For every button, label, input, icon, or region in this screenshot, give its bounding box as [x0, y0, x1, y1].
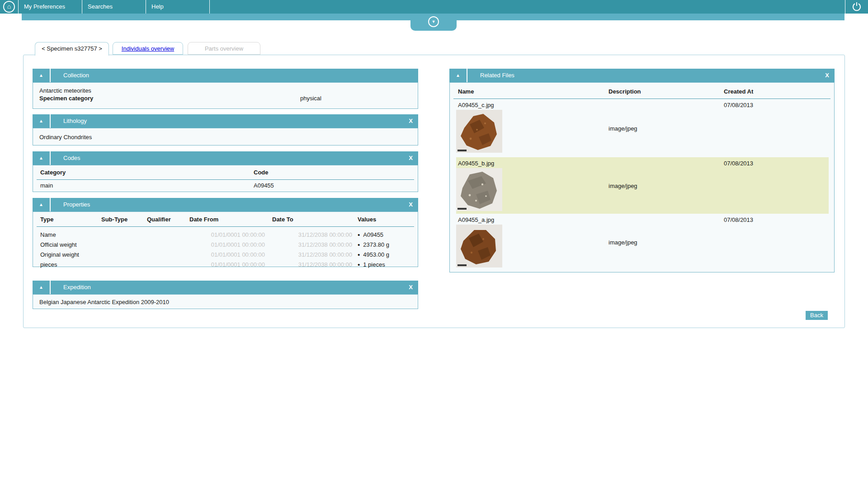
collection-panel-body: Antarctic meteorites Specimen category p…	[33, 82, 418, 109]
close-icon: X	[409, 201, 413, 208]
property-row: Original weight 01/01/0001 00:00:00 31/1…	[33, 250, 418, 260]
expedition-panel-body: Belgian Japanese Antarctic Expedition 20…	[33, 294, 418, 309]
codes-column-category: Category	[40, 169, 66, 176]
bullet-icon: •	[358, 251, 360, 258]
expedition-panel-header: ▲ Expedition X	[33, 281, 418, 294]
bullet-icon: •	[358, 241, 360, 249]
file-created-at: 07/08/2013	[724, 160, 753, 167]
lithology-panel-title: Lithology	[63, 114, 87, 128]
table-header-rule	[37, 179, 414, 180]
specimen-category-label: Specimen category	[39, 94, 418, 102]
close-properties-button[interactable]: X	[409, 198, 413, 211]
menu-label: Searches	[88, 3, 113, 10]
menu-item-help[interactable]: Help	[146, 0, 210, 14]
close-icon: X	[409, 284, 413, 291]
close-related-files-button[interactable]: X	[825, 69, 829, 82]
property-date-from: 01/01/0001 00:00:00	[189, 260, 265, 270]
navbar-menu: My Preferences Searches Help	[18, 0, 210, 14]
close-icon: X	[409, 155, 413, 161]
lithology-panel-body: Ordinary Chondrites	[33, 128, 418, 145]
meteorite-photo-thumbnail[interactable]	[456, 110, 502, 153]
code-value: A09455	[254, 182, 274, 189]
collection-panel-header: ▲ Collection	[33, 69, 418, 82]
collapse-related-files-button[interactable]: ▲	[449, 69, 467, 82]
meteorite-photo-thumbnail[interactable]	[456, 225, 502, 267]
property-type: Original weight	[40, 250, 79, 260]
collection-name: Antarctic meteorites	[39, 87, 418, 94]
home-icon-glyph: ⌂	[0, 2, 18, 11]
tab-label: Individuals overview	[122, 45, 174, 52]
properties-column-qualifier: Qualifier	[147, 216, 171, 223]
column-description: Description	[609, 88, 641, 95]
close-lithology-button[interactable]: X	[409, 114, 413, 128]
collapse-codes-button[interactable]: ▲	[33, 151, 51, 165]
property-type: Official weight	[40, 240, 77, 250]
property-value: •A09455	[358, 230, 383, 240]
menu-collapse-tab[interactable]: ▼	[410, 14, 457, 31]
related-files-panel-body: Name Description Created At A09455_c.jpg…	[449, 82, 835, 272]
file-created-at: 07/08/2013	[724, 102, 753, 108]
properties-column-date-to: Date To	[272, 216, 293, 223]
collapse-icon: ▲	[39, 73, 43, 78]
menu-item-searches[interactable]: Searches	[82, 0, 146, 14]
file-description: image/jpeg	[609, 125, 637, 131]
close-codes-button[interactable]: X	[409, 151, 413, 165]
column-name: Name	[458, 88, 474, 95]
collapse-lithology-button[interactable]: ▲	[33, 114, 51, 128]
properties-column-values: Values	[358, 216, 376, 223]
lithology-value: Ordinary Chondrites	[39, 133, 92, 140]
properties-panel-title: Properties	[63, 198, 90, 211]
properties-column-subtype: Sub-Type	[101, 216, 127, 223]
property-type: pieces	[40, 260, 57, 270]
property-date-to: 31/12/2038 00:00:00	[272, 250, 352, 260]
properties-panel-header: ▲ Properties X	[33, 198, 418, 211]
collapse-collection-button[interactable]: ▲	[33, 69, 51, 82]
property-date-to: 31/12/2038 00:00:00	[272, 260, 352, 270]
back-button[interactable]: Back	[806, 311, 828, 320]
tab-individuals-overview[interactable]: Individuals overview	[113, 42, 183, 55]
logout-power-button[interactable]	[845, 0, 868, 14]
properties-panel-body: Type Sub-Type Qualifier Date From Date T…	[33, 211, 418, 267]
collapse-expedition-button[interactable]: ▲	[33, 281, 51, 294]
tab-label: Parts overview	[205, 45, 243, 52]
close-expedition-button[interactable]: X	[409, 281, 413, 294]
properties-column-type: Type	[40, 216, 53, 223]
specimen-category-value: physical	[300, 94, 321, 102]
collapse-properties-button[interactable]: ▲	[33, 198, 51, 211]
menu-label: My Preferences	[24, 3, 65, 10]
file-name: A09455_c.jpg	[458, 102, 494, 108]
home-button[interactable]: ⌂	[0, 0, 18, 14]
meteorite-photo-thumbnail[interactable]	[456, 168, 502, 211]
close-icon: X	[825, 72, 829, 79]
property-value: •1 pieces	[358, 260, 385, 270]
expedition-panel-title: Expedition	[63, 281, 91, 294]
property-value: •4953.00 g	[358, 250, 389, 260]
back-button-label: Back	[810, 312, 823, 319]
related-file-row[interactable]: A09455_c.jpg 07/08/2013 image/jpeg	[456, 99, 829, 157]
tab-label: < Specimen s327757 >	[42, 45, 102, 52]
tab-specimen[interactable]: < Specimen s327757 >	[35, 42, 109, 56]
property-date-from: 01/01/0001 00:00:00	[189, 250, 265, 260]
file-name: A09455_b.jpg	[458, 160, 494, 167]
codes-panel-title: Codes	[63, 151, 80, 165]
top-navbar: ⌂ My Preferences Searches Help	[0, 0, 868, 14]
table-header-rule	[37, 226, 414, 227]
related-files-panel-header: ▲ Related Files X	[449, 69, 835, 82]
property-row: Name 01/01/0001 00:00:00 31/12/2038 00:0…	[33, 230, 418, 240]
expedition-value: Belgian Japanese Antarctic Expedition 20…	[39, 298, 169, 305]
file-description: image/jpeg	[609, 239, 637, 245]
power-icon	[852, 2, 862, 12]
collapse-icon: ▲	[39, 155, 43, 160]
collapse-icon: ▲	[39, 202, 43, 207]
bullet-icon: •	[358, 231, 360, 239]
collection-panel-title: Collection	[63, 69, 89, 82]
related-file-row[interactable]: A09455_a.jpg 07/08/2013 image/jpeg	[456, 214, 829, 270]
lithology-panel-header: ▲ Lithology X	[33, 114, 418, 128]
property-row: Official weight 01/01/0001 00:00:00 31/1…	[33, 240, 418, 250]
collapse-icon: ▲	[456, 73, 460, 78]
related-files-panel-title: Related Files	[480, 69, 514, 82]
property-date-to: 31/12/2038 00:00:00	[272, 240, 352, 250]
menu-item-my-preferences[interactable]: My Preferences	[19, 0, 82, 14]
related-file-row[interactable]: A09455_b.jpg 07/08/2013 image/jpeg	[456, 157, 829, 214]
collapse-icon: ▲	[39, 285, 43, 290]
